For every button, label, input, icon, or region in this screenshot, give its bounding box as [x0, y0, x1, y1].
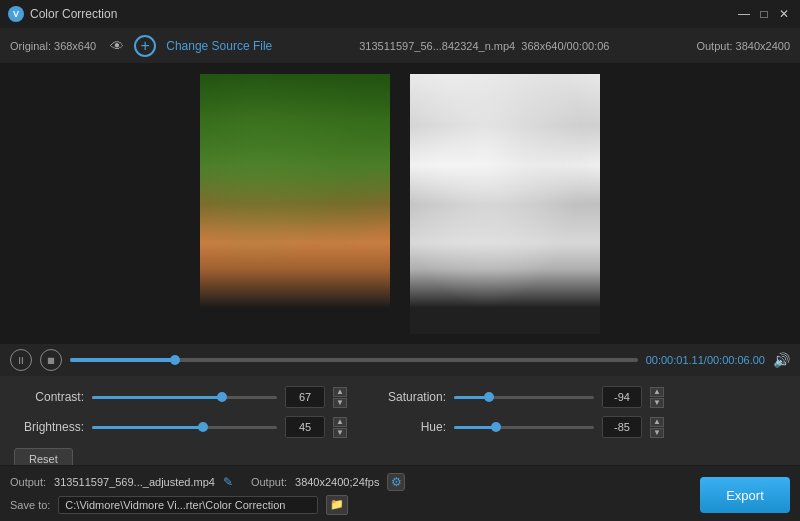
contrast-filled	[92, 396, 222, 399]
contrast-value-input[interactable]	[285, 386, 325, 408]
output-settings-icon[interactable]: ⚙	[387, 473, 405, 491]
saturation-label: Saturation:	[371, 390, 446, 404]
hue-label: Hue:	[371, 420, 446, 434]
saturation-up[interactable]: ▲	[650, 387, 664, 397]
top-bar: Original: 368x640 👁 + Change Source File…	[0, 28, 800, 64]
hue-filled	[454, 426, 496, 429]
brightness-up[interactable]: ▲	[333, 417, 347, 427]
app-title: Color Correction	[30, 7, 730, 21]
minimize-button[interactable]: —	[736, 6, 752, 22]
output-row: Output: 313511597_569..._adjusted.mp4 ✎ …	[10, 473, 790, 491]
export-button[interactable]: Export	[700, 477, 790, 513]
contrast-row: Contrast: ▲ ▼ Saturation: ▲ ▼	[14, 386, 786, 408]
output-resolution: 3840x2400;24fps	[295, 476, 379, 488]
save-to-label: Save to:	[10, 499, 50, 511]
app-icon: V	[8, 6, 24, 22]
contrast-thumb	[217, 392, 227, 402]
contrast-label: Contrast:	[14, 390, 84, 404]
time-display: 00:00:01.11/00:00:06.00	[646, 354, 765, 366]
saturation-thumb	[484, 392, 494, 402]
contrast-slider[interactable]	[92, 396, 277, 399]
brightness-down[interactable]: ▼	[333, 428, 347, 438]
output-file-label: Output:	[10, 476, 46, 488]
bottom-bar: Output: 313511597_569..._adjusted.mp4 ✎ …	[0, 465, 800, 521]
browse-folder-button[interactable]: 📁	[326, 495, 348, 515]
hue-spinners: ▲ ▼	[650, 417, 664, 438]
saturation-down[interactable]: ▼	[650, 398, 664, 408]
brightness-label: Brightness:	[14, 420, 84, 434]
hue-slider[interactable]	[454, 426, 594, 429]
progress-filled	[70, 358, 175, 362]
window-controls: — □ ✕	[736, 6, 792, 22]
brightness-spinners: ▲ ▼	[333, 417, 347, 438]
corrected-video-frame	[410, 74, 600, 334]
preview-area	[0, 64, 800, 344]
hue-thumb	[491, 422, 501, 432]
contrast-spinners: ▲ ▼	[333, 387, 347, 408]
original-video-frame	[200, 74, 390, 334]
saturation-spinners: ▲ ▼	[650, 387, 664, 408]
maximize-button[interactable]: □	[756, 6, 772, 22]
add-source-icon[interactable]: +	[134, 35, 156, 57]
brightness-row: Brightness: ▲ ▼ Hue: ▲ ▼	[14, 416, 786, 438]
brightness-filled	[92, 426, 203, 429]
brightness-thumb	[198, 422, 208, 432]
brightness-value-input[interactable]	[285, 416, 325, 438]
output-res-label: Output:	[251, 476, 287, 488]
pause-button[interactable]: ⏸	[10, 349, 32, 371]
close-button[interactable]: ✕	[776, 6, 792, 22]
edit-filename-icon[interactable]: ✎	[223, 475, 233, 489]
progress-thumb	[170, 355, 180, 365]
contrast-down[interactable]: ▼	[333, 398, 347, 408]
output-filename: 313511597_569..._adjusted.mp4	[54, 476, 215, 488]
output-dimensions-label: Output: 3840x2400	[696, 40, 790, 52]
stop-button[interactable]: ⏹	[40, 349, 62, 371]
file-info: 313511597_56...842324_n.mp4 368x640/00:0…	[282, 40, 686, 52]
hue-value-input[interactable]	[602, 416, 642, 438]
hue-down[interactable]: ▼	[650, 428, 664, 438]
eye-icon[interactable]: 👁	[110, 38, 124, 54]
progress-bar[interactable]	[70, 358, 638, 362]
playback-bar: ⏸ ⏹ 00:00:01.11/00:00:06.00 🔊	[0, 344, 800, 376]
saturation-slider[interactable]	[454, 396, 594, 399]
save-path-display: C:\Vidmore\Vidmore Vi...rter\Color Corre…	[58, 496, 318, 514]
contrast-up[interactable]: ▲	[333, 387, 347, 397]
title-bar: V Color Correction — □ ✕	[0, 0, 800, 28]
volume-icon[interactable]: 🔊	[773, 352, 790, 368]
saturation-value-input[interactable]	[602, 386, 642, 408]
brightness-slider[interactable]	[92, 426, 277, 429]
change-source-button[interactable]: Change Source File	[166, 39, 272, 53]
hue-up[interactable]: ▲	[650, 417, 664, 427]
save-row: Save to: C:\Vidmore\Vidmore Vi...rter\Co…	[10, 495, 790, 515]
original-dimensions-label: Original: 368x640	[10, 40, 96, 52]
